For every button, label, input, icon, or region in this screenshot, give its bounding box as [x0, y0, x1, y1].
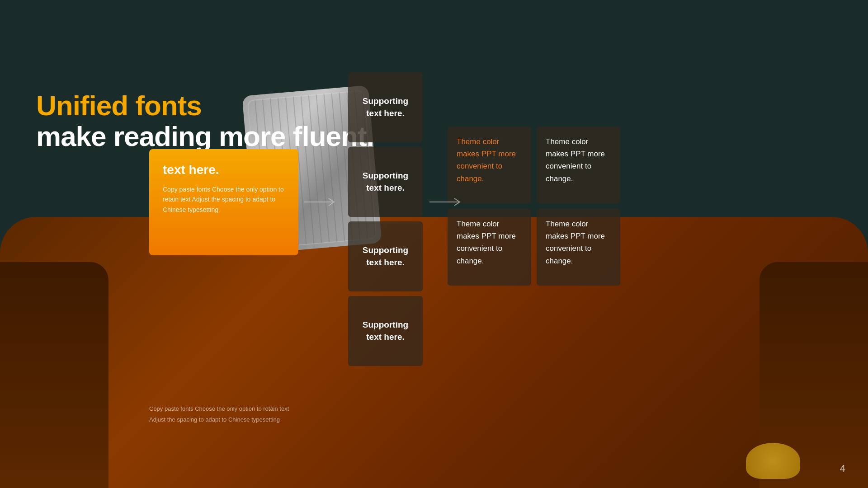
support-box-2: Supportingtext here. — [348, 147, 423, 217]
arrow-1 — [304, 197, 340, 209]
theme-boxes-grid: Theme color makes PPT more convenient to… — [448, 127, 620, 286]
title-line2: make reading more fluent. — [36, 121, 374, 152]
yellow-card-body: Copy paste fonts Choose the only option … — [163, 184, 285, 215]
bottom-caption: Copy paste fonts Choose the only option … — [149, 404, 289, 425]
arrow-2 — [429, 197, 466, 209]
theme-box-text-1: Theme color makes PPT more convenient to… — [457, 136, 522, 185]
yellow-card-title: text here. — [163, 163, 285, 177]
theme-box-4: Theme color makes PPT more convenient to… — [537, 209, 620, 286]
sofa-arm-left — [0, 262, 108, 488]
theme-box-3: Theme color makes PPT more convenient to… — [448, 209, 531, 286]
center-column: Supportingtext here. Supportingtext here… — [348, 72, 423, 366]
support-box-text-1: Supportingtext here. — [363, 95, 408, 119]
support-box-text-4: Supportingtext here. — [363, 319, 408, 343]
page-number: 4 — [840, 463, 845, 474]
support-box-1: Supportingtext here. — [348, 72, 423, 142]
decorative-object — [746, 443, 800, 479]
support-box-4: Supportingtext here. — [348, 296, 423, 366]
sofa-body — [0, 217, 868, 488]
title-section: Unified fonts make reading more fluent. — [36, 90, 374, 152]
theme-box-text-4: Theme color makes PPT more convenient to… — [546, 218, 611, 267]
support-box-text-3: Supportingtext here. — [363, 244, 408, 268]
theme-box-1: Theme color makes PPT more convenient to… — [448, 127, 531, 203]
caption-line2: Adjust the spacing to adapt to Chinese t… — [149, 414, 289, 425]
background-scene — [0, 0, 868, 488]
support-box-3: Supportingtext here. — [348, 221, 423, 291]
support-box-text-2: Supportingtext here. — [363, 170, 408, 194]
title-line1: Unified fonts — [36, 90, 374, 121]
theme-box-2: Theme color makes PPT more convenient to… — [537, 127, 620, 203]
theme-box-text-2: Theme color makes PPT more convenient to… — [546, 136, 611, 185]
yellow-card: text here. Copy paste fonts Choose the o… — [149, 149, 298, 255]
theme-box-text-3: Theme color makes PPT more convenient to… — [457, 218, 522, 267]
caption-line1: Copy paste fonts Choose the only option … — [149, 404, 289, 414]
